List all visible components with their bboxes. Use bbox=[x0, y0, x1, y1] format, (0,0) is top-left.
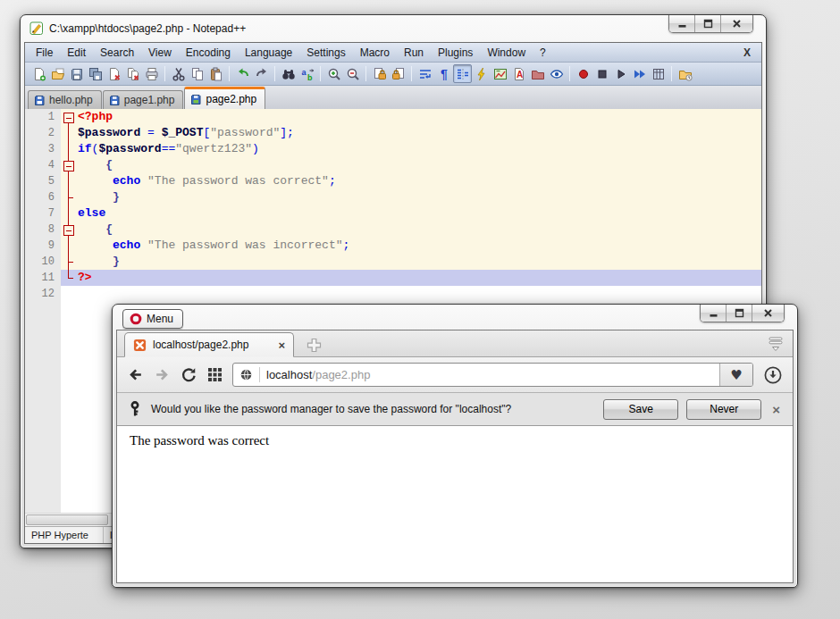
back-icon[interactable] bbox=[127, 366, 144, 383]
macro-run-icon[interactable] bbox=[630, 64, 649, 83]
replace-icon[interactable]: ab bbox=[298, 64, 316, 83]
notepad-app-icon bbox=[29, 21, 44, 36]
menu-language[interactable]: Language bbox=[238, 44, 299, 62]
address-bar[interactable]: localhost/page2.php ♥ bbox=[232, 363, 753, 387]
line-number: 10 bbox=[25, 254, 61, 270]
zoom-out-icon[interactable] bbox=[343, 64, 362, 83]
open-session-icon[interactable] bbox=[676, 64, 694, 83]
indent-guide-icon[interactable] bbox=[453, 64, 472, 83]
never-button[interactable]: Never bbox=[686, 399, 761, 420]
code-line-7: else bbox=[61, 205, 761, 222]
toolbar-separator bbox=[671, 66, 672, 81]
code-line-8: { bbox=[61, 222, 761, 238]
print-icon[interactable] bbox=[142, 64, 161, 83]
file-tab-page1-php[interactable]: page1.php bbox=[103, 90, 184, 109]
code-line-9: echo "The password was incorrect"; bbox=[61, 238, 761, 254]
speed-dial-icon[interactable] bbox=[207, 367, 223, 382]
show-symbols-icon[interactable]: ¶ bbox=[434, 64, 453, 83]
file-tab-page2-php[interactable]: page2.php bbox=[184, 87, 265, 109]
macro-record-icon[interactable] bbox=[574, 64, 592, 83]
code-text: $password = $_POST["password"]; bbox=[75, 125, 294, 141]
forward-icon[interactable] bbox=[154, 366, 171, 383]
copy-icon[interactable] bbox=[188, 64, 206, 83]
tab-label: hello.php bbox=[49, 94, 93, 106]
menu-file[interactable]: File bbox=[29, 44, 60, 62]
line-number-gutter: 123456789101112 bbox=[25, 109, 61, 513]
maximize-icon[interactable] bbox=[727, 305, 752, 322]
function-list-icon[interactable] bbox=[472, 64, 491, 83]
redo-icon[interactable] bbox=[252, 64, 271, 83]
bar-close-icon[interactable]: × bbox=[769, 403, 783, 416]
toolbar-separator bbox=[365, 66, 366, 81]
scrollbar-thumb[interactable] bbox=[26, 514, 108, 525]
menu-window[interactable]: Window bbox=[480, 44, 533, 62]
close-icon[interactable] bbox=[752, 305, 784, 322]
maximize-icon[interactable] bbox=[695, 15, 721, 32]
undo-icon[interactable] bbox=[233, 64, 252, 83]
menu-run[interactable]: Run bbox=[397, 44, 431, 62]
save-all-icon[interactable] bbox=[86, 64, 105, 83]
new-file-icon[interactable] bbox=[29, 64, 48, 83]
macro-save-icon[interactable] bbox=[649, 64, 668, 83]
site-globe-icon[interactable] bbox=[239, 368, 253, 381]
svg-text:¶: ¶ bbox=[441, 67, 448, 81]
fold-collapse-icon[interactable] bbox=[61, 109, 75, 125]
code-line-12 bbox=[61, 286, 761, 302]
menu-macro[interactable]: Macro bbox=[353, 44, 397, 62]
line-number: 7 bbox=[25, 205, 61, 222]
new-tab-icon[interactable] bbox=[307, 338, 322, 353]
find-icon[interactable] bbox=[279, 64, 298, 83]
browser-tab-localhost-page2[interactable]: localhost/page2.php × bbox=[124, 332, 294, 357]
code-line-2: $password = $_POST["password"]; bbox=[61, 125, 761, 141]
downloads-icon[interactable] bbox=[763, 365, 783, 385]
fold-collapse-icon[interactable] bbox=[61, 222, 75, 238]
minimize-icon[interactable] bbox=[701, 305, 727, 322]
menu-view[interactable]: View bbox=[141, 44, 179, 62]
menu-help[interactable]: ? bbox=[533, 44, 553, 62]
url-host: localhost bbox=[266, 368, 312, 381]
open-file-icon[interactable] bbox=[48, 64, 67, 83]
line-number: 3 bbox=[25, 141, 61, 157]
word-wrap-icon[interactable] bbox=[416, 64, 434, 83]
address-url[interactable]: localhost/page2.php bbox=[266, 368, 370, 381]
doc-lock-1-icon[interactable] bbox=[370, 64, 389, 83]
code-line-3: if($password=="qwertz123") bbox=[61, 141, 761, 157]
code-text: else bbox=[75, 205, 105, 222]
opera-tabbar: localhost/page2.php × bbox=[117, 330, 793, 357]
zoom-in-icon[interactable] bbox=[324, 64, 343, 83]
menu-plugins[interactable]: Plugins bbox=[431, 44, 480, 62]
menubar-close-button[interactable]: X bbox=[733, 46, 761, 59]
save-icon[interactable] bbox=[67, 64, 86, 83]
macro-stop-icon[interactable] bbox=[592, 64, 611, 83]
code-text: echo "The password was incorrect"; bbox=[75, 238, 349, 254]
cut-icon[interactable] bbox=[169, 64, 188, 83]
menu-encoding[interactable]: Encoding bbox=[179, 44, 238, 62]
closed-tabs-menu-icon[interactable] bbox=[766, 335, 785, 355]
fold-margin bbox=[61, 189, 75, 205]
close-all-icon[interactable] bbox=[123, 64, 142, 83]
minimize-icon[interactable] bbox=[669, 15, 695, 32]
close-icon[interactable] bbox=[105, 64, 123, 83]
close-icon[interactable] bbox=[721, 15, 752, 32]
menu-search[interactable]: Search bbox=[93, 44, 141, 62]
folder-workspace-icon[interactable] bbox=[528, 64, 547, 83]
code-line-11: ?> bbox=[61, 270, 761, 286]
save-button[interactable]: Save bbox=[603, 399, 678, 420]
notepad-titlebar[interactable]: C:\xampp\htdocs\page2.php - Notepad++ bbox=[21, 15, 766, 42]
fold-collapse-icon[interactable] bbox=[61, 157, 75, 173]
bookmark-heart-icon[interactable]: ♥ bbox=[719, 364, 752, 386]
reload-icon[interactable] bbox=[181, 366, 197, 383]
doc-lock-2-icon[interactable] bbox=[389, 64, 407, 83]
paste-icon[interactable] bbox=[206, 64, 225, 83]
tab-close-icon[interactable]: × bbox=[278, 339, 285, 351]
macro-play-icon[interactable] bbox=[611, 64, 630, 83]
menu-edit[interactable]: Edit bbox=[60, 44, 93, 62]
opera-menu-label: Menu bbox=[147, 313, 173, 325]
line-number: 11 bbox=[25, 270, 61, 286]
doc-map-icon[interactable]: A bbox=[509, 64, 528, 83]
preview-icon[interactable] bbox=[547, 64, 566, 83]
menu-settings[interactable]: Settings bbox=[299, 44, 352, 62]
file-tab-hello-php[interactable]: hello.php bbox=[28, 90, 102, 109]
result-monitor-icon[interactable] bbox=[491, 64, 509, 83]
opera-menu-button[interactable]: Menu bbox=[122, 309, 183, 329]
